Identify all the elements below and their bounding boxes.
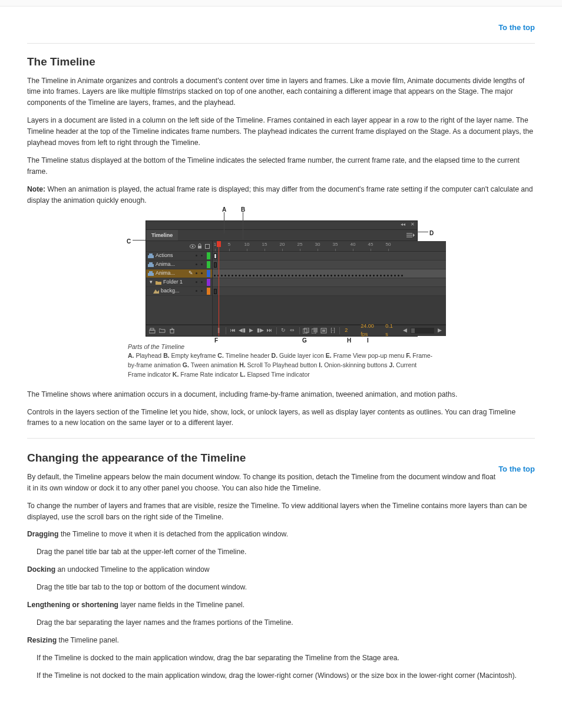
action-item: Resizing the Timeline panel. xyxy=(27,635,535,646)
horizontal-scrollbar[interactable] xyxy=(411,328,434,334)
keyframe-icon xyxy=(214,289,217,294)
elapsed-time-indicator: 0.1 s xyxy=(384,322,397,339)
svg-rect-18 xyxy=(322,330,325,332)
layer-color xyxy=(207,252,210,259)
timeline-figure: A B C D E F G H I xyxy=(116,220,446,337)
onion-skin-icon[interactable] xyxy=(303,327,309,334)
layer-empty-area xyxy=(146,296,212,325)
callout-label: C xyxy=(127,237,131,246)
track[interactable] xyxy=(213,278,446,287)
svg-rect-2 xyxy=(198,246,201,249)
new-layer-icon[interactable] xyxy=(148,327,156,334)
layer-name: Anima... xyxy=(156,269,186,278)
lock-icon[interactable] xyxy=(197,243,202,248)
guide-layer-icon: ✎ xyxy=(188,271,194,276)
track[interactable] xyxy=(213,287,446,296)
page-topbar xyxy=(0,0,562,6)
section-title: The Timeline xyxy=(27,53,535,70)
callout-label: D xyxy=(429,229,434,238)
action-item: Lengthening or shortening layer name fie… xyxy=(27,599,535,611)
mask-layer-icon xyxy=(153,288,159,294)
layer-name: backg... xyxy=(161,287,191,295)
outline-icon[interactable] xyxy=(205,243,210,248)
close-icon[interactable]: ✕ xyxy=(409,223,415,228)
body-paragraph: The Timeline shows where animation occur… xyxy=(27,389,535,400)
layer-name: Folder 1 xyxy=(163,278,194,286)
layer-row[interactable]: backg... xyxy=(146,287,212,296)
onion-skin-outlines-icon[interactable] xyxy=(312,327,318,334)
layer-name: Anima... xyxy=(156,261,186,269)
eye-icon[interactable] xyxy=(190,243,194,248)
note-paragraph: Note: When an animation is played, the a… xyxy=(27,184,535,206)
step-forward-icon[interactable]: ▮▶ xyxy=(257,327,264,334)
layer-footer xyxy=(146,325,212,336)
last-frame-icon[interactable]: ⏭ xyxy=(266,327,273,334)
callout-label: G xyxy=(302,336,307,345)
scroll-right-icon[interactable]: ▶ xyxy=(437,327,443,334)
action-sub: Drag the title bar tab to the top or bot… xyxy=(37,582,535,593)
layer-color xyxy=(207,279,210,286)
to-top-link[interactable]: To the top xyxy=(498,22,535,34)
edit-multiple-frames-icon[interactable] xyxy=(320,327,327,334)
svg-rect-12 xyxy=(170,330,174,333)
figure-caption: Parts of the Timeline A. Playhead B. Emp… xyxy=(128,342,434,380)
layer-row[interactable]: Actions xyxy=(146,252,212,261)
frames-footer: ‖ ⏮ ◀▮ ▶ ▮▶ ⏭ ↻ ⇔ xyxy=(213,325,446,336)
to-top-link[interactable]: To the top xyxy=(498,463,535,475)
new-folder-icon[interactable] xyxy=(158,327,166,334)
svg-rect-10 xyxy=(149,330,155,333)
layer-color xyxy=(207,261,210,268)
layer-row[interactable]: Anima... xyxy=(146,261,212,269)
layer-color xyxy=(207,288,210,295)
track[interactable] xyxy=(213,252,446,261)
frames-empty-area xyxy=(213,296,446,325)
svg-rect-6 xyxy=(148,264,154,267)
action-sub: Drag the panel title bar tab at the uppe… xyxy=(37,546,535,558)
action-item: Dragging the Timeline to move it when it… xyxy=(27,529,535,540)
action-sub: Drag the bar separating the layer names … xyxy=(37,617,535,628)
svg-rect-9 xyxy=(149,271,153,273)
empty-keyframe-icon xyxy=(214,253,217,259)
modify-onion-markers-icon[interactable]: [·] xyxy=(329,327,336,334)
scroll-left-icon[interactable]: ◀ xyxy=(402,327,408,334)
loop-range-icon[interactable]: ⇔ xyxy=(289,327,296,334)
layer-icon xyxy=(148,262,154,268)
body-paragraph: Controls in the layers section of the Ti… xyxy=(27,407,535,429)
loop-icon[interactable]: ↻ xyxy=(280,327,287,334)
layer-name: Actions xyxy=(156,252,186,260)
timeline-header[interactable]: 15101520253035404550 xyxy=(213,241,446,252)
body-paragraph: By default, the Timeline appears below t… xyxy=(27,472,535,494)
layer-icon xyxy=(148,253,154,259)
step-back-icon[interactable]: ◀▮ xyxy=(239,327,246,334)
svg-rect-8 xyxy=(148,273,154,276)
action-item: Docking an undocked Timeline to the appl… xyxy=(27,564,535,575)
current-frame-indicator: 2 xyxy=(343,327,349,335)
first-frame-icon[interactable]: ⏮ xyxy=(230,327,236,334)
svg-rect-11 xyxy=(150,328,154,330)
timeline-tab[interactable]: Timeline xyxy=(146,230,178,241)
callout-label: F xyxy=(214,336,218,345)
svg-rect-3 xyxy=(206,245,210,249)
action-sub: If the Timeline is not docked to the mai… xyxy=(37,670,535,681)
layer-icon xyxy=(148,271,154,276)
layer-color xyxy=(207,270,210,277)
playhead[interactable] xyxy=(219,241,219,336)
play-icon[interactable]: ▶ xyxy=(248,327,254,334)
svg-rect-4 xyxy=(148,255,154,258)
chevron-down-icon[interactable]: ▾ xyxy=(148,279,154,285)
action-sub: If the Timeline is docked to the main ap… xyxy=(37,653,535,664)
svg-rect-16 xyxy=(313,328,318,332)
layer-row-selected[interactable]: Anima... ✎ xyxy=(146,269,212,278)
track[interactable] xyxy=(213,261,446,269)
layer-folder-row[interactable]: ▾ Folder 1 xyxy=(146,278,212,287)
track-selected[interactable] xyxy=(213,269,446,278)
section-divider xyxy=(27,43,535,44)
section-title: Changing the appearance of the Timeline xyxy=(27,449,535,466)
collapse-icon[interactable]: ◂◂ xyxy=(400,223,406,228)
section-divider xyxy=(27,438,535,439)
svg-point-1 xyxy=(192,246,194,248)
panel-menu-icon[interactable] xyxy=(405,232,417,238)
delete-layer-icon[interactable] xyxy=(168,327,176,334)
body-paragraph: To change the number of layers and frame… xyxy=(27,500,535,523)
folder-icon xyxy=(156,279,161,285)
